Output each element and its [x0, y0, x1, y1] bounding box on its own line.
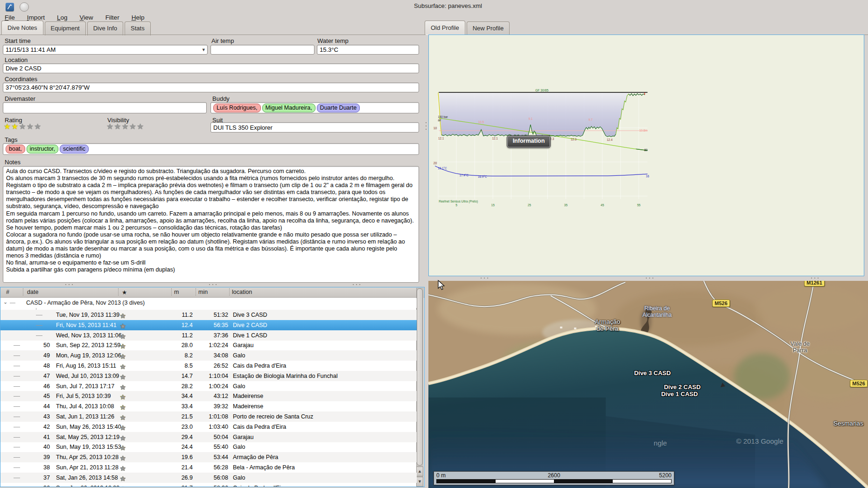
right-splitter-handle[interactable]	[811, 278, 819, 279]
dive-row[interactable]: 42Sun, May 26, 2013 15:40★★★★★23.01:03:4…	[0, 422, 417, 432]
app-icon	[6, 3, 14, 11]
menu-filter[interactable]: Filter	[103, 13, 122, 22]
svg-text:9.7: 9.7	[588, 118, 593, 121]
rating-stars[interactable]: ★★★★★	[4, 123, 42, 131]
dive-row[interactable]: 47Wed, Jul 10, 2013 13:09★★★★★14.71:10:0…	[0, 371, 417, 381]
right-splitter-handle[interactable]	[481, 278, 488, 279]
end-pressure-label: 80	[644, 148, 648, 152]
dive-row[interactable]: Wed, Nov 13, 2013 11:06★★★★★11.237:36Div…	[0, 330, 417, 341]
star-icon: ★	[114, 122, 121, 131]
column-header-m[interactable]: m	[174, 289, 179, 295]
dive-row[interactable]: 50Sun, Sep 22, 2013 12:59★★★★★28.01:02:2…	[0, 340, 417, 350]
window-button[interactable]	[20, 2, 29, 12]
column-header-location[interactable]: location	[232, 289, 252, 295]
collapse-arrow-icon[interactable]: ⌄	[3, 299, 7, 305]
scroll-down-button[interactable]: ▼	[416, 477, 423, 487]
column-header--[interactable]: #	[6, 289, 9, 295]
star-icon: ★	[106, 122, 114, 131]
star-icon: ★	[137, 122, 144, 131]
dive-profile-svg: GF 30/85 150 bar air 80 10.8m Reefnet Se…	[428, 35, 864, 276]
tab-equipment[interactable]: Equipment	[45, 21, 86, 35]
right-splitter-handle[interactable]	[646, 278, 653, 279]
svg-text:35: 35	[564, 203, 568, 207]
svg-text:10: 10	[434, 126, 437, 130]
buddy-pill[interactable]: Duarte Duarte	[317, 104, 360, 112]
information-button[interactable]: Information	[507, 135, 551, 148]
buddy-field[interactable]: Luís Rodrigues,Miguel Madureira,Duarte D…	[210, 102, 419, 113]
star-icon: ★	[120, 425, 127, 431]
scroll-up-button[interactable]: ▲	[416, 467, 423, 476]
tags-field[interactable]: boat,instructor,scientific	[3, 143, 419, 155]
location-field[interactable]: Dive 2 CASD	[3, 63, 419, 73]
star-icon: ★	[120, 435, 127, 441]
star-icon: ★	[120, 475, 127, 482]
suit-field[interactable]: DUI TLS 350 Explorer	[210, 122, 419, 132]
column-header--[interactable]: ★	[122, 289, 127, 296]
visibility-stars[interactable]: ★★★★★	[106, 123, 144, 131]
menu-log[interactable]: Log	[54, 13, 70, 22]
dive-row[interactable]: 46Sun, Jul 7, 2013 17:17★★★★★28.21:00:24…	[0, 381, 417, 391]
coordinates-label: Coordinates	[5, 76, 37, 83]
dive-list-scrollbar[interactable]: ▲ ▼	[416, 288, 424, 487]
tag-pill[interactable]: boat,	[6, 145, 25, 153]
dive-list-header[interactable]: #date★mminlocation	[0, 287, 424, 298]
sensor-label: Reefnet Sensus Ultra (Preto)	[439, 200, 478, 203]
menu-help[interactable]: Help	[129, 13, 147, 22]
dive-row[interactable]: 38Sun, Apr 21, 2013 11:28★★★★★21.456:28B…	[0, 462, 417, 473]
svg-text:17.4°C: 17.4°C	[460, 174, 469, 177]
star-icon: ★	[120, 313, 127, 319]
dive-row[interactable]: 41Sat, May 25, 2013 12:19★★★★★29.450:04G…	[0, 432, 417, 442]
vertical-splitter-handle[interactable]	[426, 122, 427, 130]
dive-row[interactable]: 43Sat, Jun 1, 2013 11:26★★★★★21.51:01:08…	[0, 411, 417, 422]
tab-dive-notes[interactable]: Dive Notes	[1, 21, 43, 35]
dive-row[interactable]: 49Mon, Aug 19, 2013 12:06★★★★★8.234:08Ga…	[0, 350, 417, 361]
column-header-date[interactable]: date	[27, 289, 38, 295]
divemaster-field[interactable]	[3, 102, 207, 113]
dive-row[interactable]: 45Fri, Jul 5, 2013 10:39★★★★★34.443:12Ma…	[0, 391, 417, 401]
column-header-min[interactable]: min	[198, 289, 208, 295]
dive-row[interactable]: 37Sat, Jan 26, 2013 14:58★★★★★26.956:08G…	[0, 473, 417, 483]
start-time-combobox[interactable]: 11/15/13 11:41 AM ▾	[3, 45, 208, 55]
star-icon: ★	[120, 445, 127, 451]
gas-label: air	[438, 119, 441, 122]
buddy-pill[interactable]: Luís Rodrigues,	[213, 104, 261, 112]
tab-new-profile[interactable]: New Profile	[467, 21, 510, 35]
notes-textarea[interactable]: Aula do curso CASD. Transectos c/video e…	[3, 166, 419, 283]
star-icon: ★	[11, 122, 19, 131]
tab-old-profile[interactable]: Old Profile	[425, 21, 465, 35]
dive-row[interactable]: 44Thu, Jul 4, 2013 10:08★★★★★33.439:32Ma…	[0, 401, 417, 411]
star-icon: ★	[4, 122, 11, 131]
title-bar: Subsurface: paneves.xml	[0, 0, 868, 11]
dive-row-selected[interactable]: Fri, Nov 15, 2013 11:41★★★★★12.456:35Div…	[0, 320, 417, 330]
splitter-handle[interactable]	[209, 284, 217, 285]
svg-text:10.5: 10.5	[478, 120, 484, 124]
trip-row[interactable]: ⌄CASD - Armação de Pêra, Nov 2013 (3 div…	[0, 298, 417, 308]
water-temp-field[interactable]: 15.3°C	[317, 45, 419, 55]
star-icon: ★	[120, 333, 127, 340]
dive-row[interactable]: Tue, Nov 19, 2013 11:39★★★★★11.251:32Div…	[0, 310, 417, 320]
menu-view[interactable]: View	[77, 13, 96, 22]
splitter-handle[interactable]	[353, 284, 360, 285]
scrollbar-handle[interactable]	[417, 288, 423, 466]
tag-pill[interactable]: instructor,	[27, 145, 58, 153]
star-icon: ★	[120, 363, 127, 370]
location-label: Location	[5, 56, 28, 63]
coordinates-field[interactable]: 37°05'23.460"N 8°20'47.879"W	[3, 83, 419, 92]
dive-row[interactable]: 48Fri, Aug 16, 2013 15:11★★★★★8.526:52Ca…	[0, 361, 417, 371]
tab-dive-info[interactable]: Dive Info	[87, 21, 123, 35]
dive-row[interactable]: 36Sun, Jan 20, 2013 12:33★★★★★21.758:36C…	[0, 483, 417, 487]
svg-text:9.1: 9.1	[528, 117, 532, 120]
dive-row[interactable]: 40Sun, May 19, 2013 15:53★★★★★24.455:40G…	[0, 442, 417, 452]
dive-row[interactable]: 39Thu, Apr 25, 2013 10:28★★★★★19.653:44A…	[0, 452, 417, 462]
tab-stats[interactable]: Stats	[125, 21, 151, 35]
tag-pill[interactable]: scientific	[60, 145, 89, 153]
star-icon: ★	[122, 122, 129, 131]
svg-text:55: 55	[637, 203, 641, 207]
satellite-map[interactable]: Armação de PêraRibeira de AlcantarilhaVa…	[428, 281, 868, 488]
splitter-handle[interactable]	[65, 284, 73, 285]
air-temp-field[interactable]	[210, 45, 315, 55]
right-tab-bar: Old ProfileNew Profile	[425, 21, 511, 35]
buddy-pill[interactable]: Miguel Madureira,	[262, 104, 315, 112]
chevron-down-icon[interactable]: ▾	[202, 47, 205, 53]
svg-text:12.1: 12.1	[438, 137, 444, 140]
